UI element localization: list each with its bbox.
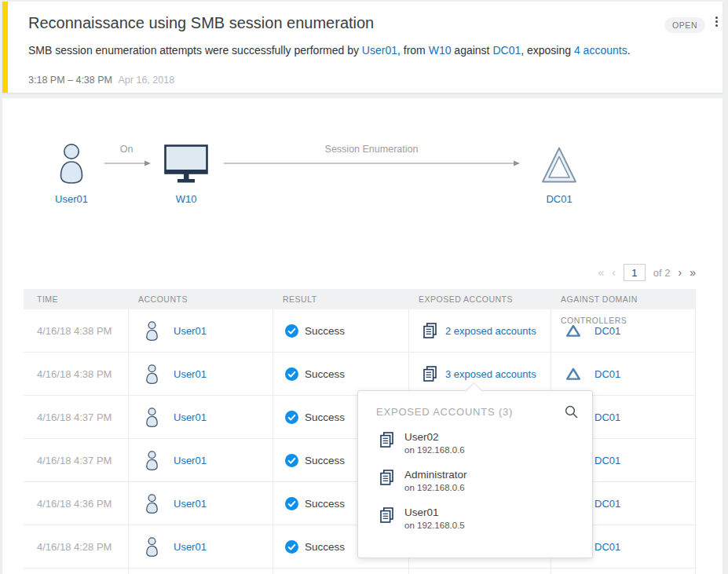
exposed-account-icon: [380, 432, 393, 456]
account-link[interactable]: User01: [174, 368, 207, 380]
success-icon: [285, 540, 298, 554]
row-time: 4/16/18 4:37 PM: [37, 455, 112, 466]
domain-controller-icon: [541, 141, 577, 184]
description-text: , from: [397, 44, 429, 57]
dc-link[interactable]: DC01: [594, 455, 620, 466]
table-cell: [128, 569, 273, 574]
description-link-user01[interactable]: User01: [362, 44, 397, 57]
status-badge[interactable]: OPEN: [664, 17, 705, 33]
dc-link[interactable]: DC01: [594, 368, 620, 380]
pagination-last-icon[interactable]: »: [690, 266, 696, 279]
diagram-dc-label[interactable]: DC01: [546, 193, 572, 205]
alert-date: Apr 16, 2018: [119, 75, 175, 86]
row-time: 4/16/18 4:37 PM: [37, 411, 112, 423]
description-text: against: [451, 44, 492, 57]
result-label: Success: [305, 541, 345, 553]
popup-title: EXPOSED ACCOUNTS (3): [376, 406, 513, 418]
pagination-next-icon[interactable]: ›: [679, 266, 682, 279]
time-range: 3:18 PM – 4:38 PM: [28, 75, 112, 86]
column-header-time: TIME: [24, 289, 128, 309]
column-header-exposed-accounts: EXPOSED ACCOUNTS: [408, 289, 551, 309]
computer-icon: [164, 141, 208, 184]
diagram-machine-label[interactable]: W10: [176, 193, 197, 205]
table-row-partial: [24, 569, 696, 574]
result-label: Success: [305, 411, 345, 423]
diagram-node-machine[interactable]: W10: [145, 141, 227, 205]
exposed-account-name: User02: [404, 430, 465, 444]
description-text: .: [627, 44, 631, 57]
exposed-account-name: Administrator: [404, 468, 467, 481]
user-icon: [145, 451, 159, 470]
exposed-account-icon: [380, 507, 393, 532]
account-link[interactable]: User01: [174, 455, 207, 466]
user-icon: [145, 364, 159, 384]
exposed-accounts-icon: [423, 323, 437, 338]
success-icon: [285, 497, 298, 510]
diagram-on-label: On: [106, 144, 147, 155]
exposed-account-host: on 192.168.0.6: [404, 482, 467, 494]
exposed-account-item[interactable]: Administrator on 192.168.0.6: [380, 468, 467, 494]
kebab-menu-icon[interactable]: [711, 16, 722, 32]
exposed-account-icon: [380, 470, 393, 494]
pagination-first-icon[interactable]: «: [598, 266, 604, 279]
account-link[interactable]: User01: [174, 498, 207, 510]
alert-header-card: Reconnaissance using SMB session enumera…: [2, 2, 723, 93]
account-link[interactable]: User01: [174, 541, 207, 553]
page-title: Reconnaissance using SMB session enumera…: [28, 14, 374, 32]
dc-link[interactable]: DC01: [594, 498, 620, 510]
arrow-on-icon: [104, 156, 152, 170]
diagram-node-dc[interactable]: DC01: [525, 141, 593, 205]
account-link[interactable]: User01: [174, 411, 207, 423]
description-link-4-accounts[interactable]: 4 accounts: [574, 44, 627, 57]
search-icon[interactable]: [565, 405, 578, 419]
result-label: Success: [305, 455, 345, 466]
exposed-accounts-link[interactable]: 3 exposed accounts: [445, 368, 536, 380]
exposed-accounts-popup: EXPOSED ACCOUNTS (3) User02 on 192.168.0…: [357, 390, 593, 558]
table-row: 4/16/18 4:38 PM User01 Success: [24, 309, 696, 353]
row-time: 4/16/18 4:38 PM: [37, 368, 112, 380]
dc-link[interactable]: DC01: [594, 411, 620, 423]
column-header-accounts: ACCOUNTS: [128, 289, 273, 309]
table-row: 4/16/18 4:38 PM User01 Success: [24, 353, 696, 396]
success-icon: [285, 324, 298, 338]
diagram-edge-label: Session Enumeration: [293, 144, 450, 155]
alert-page: Reconnaissance using SMB session enumera…: [0, 0, 728, 574]
exposed-account-host: on 192.168.0.6: [404, 444, 465, 456]
account-link[interactable]: User01: [174, 325, 207, 337]
domain-controller-icon: [566, 324, 580, 337]
exposed-accounts-link[interactable]: 2 exposed accounts: [445, 325, 536, 337]
exposed-account-item[interactable]: User01 on 192.168.0.5: [380, 506, 467, 532]
table-cell: [408, 569, 551, 574]
alert-description: SMB session enumeration attempts were su…: [28, 42, 631, 58]
description-link-dc01[interactable]: DC01: [492, 44, 521, 57]
exposed-account-host: on 192.168.0.5: [404, 520, 465, 532]
diagram-node-user[interactable]: User01: [40, 141, 103, 205]
description-text: SMB session enumeration attempts were su…: [28, 44, 362, 57]
dc-link[interactable]: DC01: [594, 325, 620, 337]
user-icon: [145, 537, 159, 557]
result-label: Success: [305, 498, 345, 510]
pagination-prev-icon[interactable]: ‹: [612, 266, 616, 279]
dc-link[interactable]: DC01: [594, 541, 620, 553]
row-time: 4/16/18 4:36 PM: [37, 498, 112, 510]
description-link-w10[interactable]: W10: [429, 44, 452, 57]
diagram-user-label[interactable]: User01: [55, 193, 88, 205]
result-label: Success: [305, 325, 345, 337]
pagination-of-label: of 2: [653, 267, 671, 279]
exposed-account-name: User01: [404, 506, 465, 519]
column-header-result: RESULT: [273, 289, 408, 309]
exposed-accounts-icon: [423, 366, 437, 382]
pagination: « ‹ of 2 › »: [598, 264, 696, 281]
success-icon: [285, 411, 298, 424]
user-icon: [145, 494, 159, 514]
result-label: Success: [305, 368, 345, 380]
alert-time: 3:18 PM – 4:38 PM Apr 16, 2018: [28, 75, 174, 86]
user-icon: [57, 141, 86, 184]
table-header-row: TIMEACCOUNTSRESULTEXPOSED ACCOUNTSAGAINS…: [24, 289, 696, 309]
table-cell: [551, 569, 696, 574]
domain-controller-icon: [566, 367, 580, 380]
table-cell: [273, 569, 408, 574]
success-icon: [285, 367, 298, 381]
exposed-account-item[interactable]: User02 on 192.168.0.6: [380, 430, 467, 456]
pagination-page-input[interactable]: [624, 264, 646, 281]
